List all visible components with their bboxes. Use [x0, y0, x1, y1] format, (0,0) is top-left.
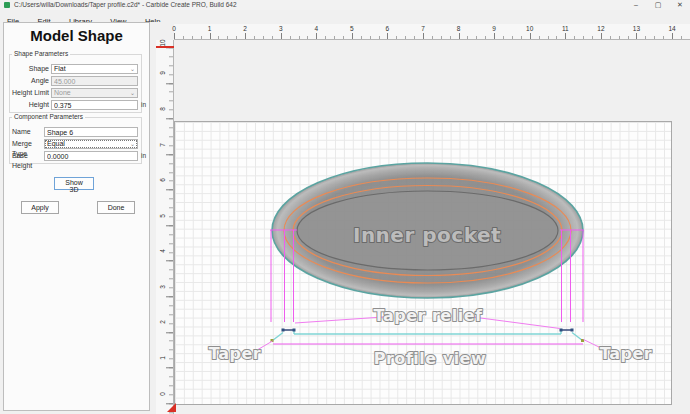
ruler-tick-label: 12	[597, 25, 604, 32]
carbide-create-window: C:/Users/willa/Downloads/Taper profile.c…	[0, 0, 690, 414]
apply-button[interactable]: Apply	[21, 201, 59, 214]
horizontal-ruler: 0 1 2 3 4 5 6 7 8 9 10 11 12 13 14	[174, 24, 690, 40]
ruler-tick-label: 14	[668, 25, 675, 32]
menu-bar: File Edit Library View Help	[0, 10, 690, 22]
leader-taper-right	[584, 340, 602, 349]
ruler-tick-label: 6	[386, 25, 390, 32]
design-canvas[interactable]: Inner pocket Taper relief Profile view T…	[174, 121, 672, 405]
vertex-handle[interactable]	[293, 329, 296, 332]
chevron-down-icon: ⌄	[130, 89, 135, 97]
ruler-tick-label: 10	[526, 25, 533, 32]
name-field-wrap	[44, 127, 138, 137]
close-button[interactable]: ✕	[670, 0, 690, 10]
ruler-tick-label: 9	[158, 67, 168, 79]
profile-cyan-lines[interactable]	[273, 331, 583, 341]
merge-type-value: Equal	[47, 140, 130, 148]
vertical-ruler: 10 9 8 7 6 5 4 3 2 1 0	[156, 40, 174, 414]
window-title: C:/Users/willa/Downloads/Taper profile.c…	[14, 1, 237, 9]
angle-label: Angle	[9, 76, 49, 86]
ruler-tick-label: 6	[158, 174, 168, 186]
ruler-tick-label: 2	[243, 25, 247, 32]
ruler-tick-label: 1	[208, 25, 212, 32]
leader-taper-relief-left	[295, 317, 383, 323]
profile-view-label[interactable]: Profile view	[374, 349, 487, 368]
component-parameters-legend: Component Parameters	[12, 113, 85, 121]
vertex-handles-navy	[282, 329, 574, 332]
ruler-limit-marker	[156, 46, 174, 48]
height-limit-label: Height Limit	[9, 88, 49, 98]
ruler-tick-label: 0	[172, 25, 176, 32]
ruler-tick-label: 7	[421, 25, 425, 32]
taper-right-label[interactable]: Taper	[600, 344, 652, 363]
chevron-down-icon: ⌄	[130, 140, 135, 148]
show-3d-button[interactable]: Show 3D	[54, 177, 94, 190]
name-label: Name	[12, 127, 46, 137]
vertex-handles-olive	[271, 339, 585, 342]
merge-type-select[interactable]: Equal ⌄	[44, 139, 138, 149]
inner-pocket-label[interactable]: Inner pocket	[353, 223, 501, 247]
base-height-label: Base Height	[12, 151, 46, 171]
origin-triangle	[167, 403, 176, 412]
height-field-wrap	[51, 100, 138, 110]
height-limit-value: None	[54, 89, 130, 97]
ruler-tick-label: 4	[158, 245, 168, 257]
model-shape-panel: Model Shape Shape Parameters Shape Flat …	[3, 22, 150, 411]
taper-left-label[interactable]: Taper	[209, 344, 261, 363]
shape-select[interactable]: Flat ⌄	[51, 64, 138, 74]
ruler-tick-label: 7	[158, 139, 168, 151]
ruler-tick-label: 13	[633, 25, 640, 32]
vertex-handle[interactable]	[571, 329, 574, 332]
ruler-tick-label: 0	[158, 388, 168, 400]
chevron-down-icon: ⌄	[130, 65, 135, 73]
base-height-input[interactable]	[45, 152, 137, 160]
title-bar: C:/Users/willa/Downloads/Taper profile.c…	[0, 0, 690, 10]
vertex-handle[interactable]	[282, 329, 285, 332]
height-limit-select[interactable]: None ⌄	[51, 88, 138, 98]
panel-title: Model Shape	[4, 27, 149, 44]
angle-input[interactable]	[52, 77, 137, 85]
app-logo-icon	[4, 2, 10, 8]
ruler-tick-label: 8	[158, 103, 168, 115]
minimize-button[interactable]: –	[626, 0, 646, 10]
ruler-tick-label: 9	[492, 25, 496, 32]
ruler-tick-label: 8	[457, 25, 461, 32]
ruler-tick-label: 5	[158, 210, 168, 222]
leader-taper-relief-right	[473, 317, 560, 329]
base-height-unit: in	[141, 151, 146, 161]
height-label: Height	[9, 100, 49, 110]
name-input[interactable]	[45, 128, 137, 136]
ruler-tick-label: 4	[314, 25, 318, 32]
shape-parameters-legend: Shape Parameters	[12, 50, 70, 58]
shape-label: Shape	[9, 64, 49, 74]
height-input[interactable]	[52, 101, 137, 109]
taper-ramp-right	[572, 333, 583, 341]
vertex-handle[interactable]	[560, 329, 563, 332]
ruler-tick-label: 1	[158, 352, 168, 364]
ruler-tick-label: 5	[350, 25, 354, 32]
angle-field-wrap	[51, 76, 138, 86]
ruler-tick-label: 3	[158, 281, 168, 293]
height-unit: in	[141, 100, 146, 110]
maximize-button[interactable]: ▢	[648, 0, 668, 10]
shape-select-value: Flat	[54, 65, 130, 73]
origin-marker-icon	[167, 403, 176, 412]
done-button[interactable]: Done	[97, 201, 135, 214]
ruler-tick-label: 11	[562, 25, 569, 32]
taper-relief-label[interactable]: Taper relief	[374, 306, 483, 325]
ruler-tick-label: 3	[279, 25, 283, 32]
ruler-tick-label: 2	[158, 316, 168, 328]
base-height-field-wrap	[44, 151, 138, 161]
taper-ramp-left	[273, 333, 284, 341]
